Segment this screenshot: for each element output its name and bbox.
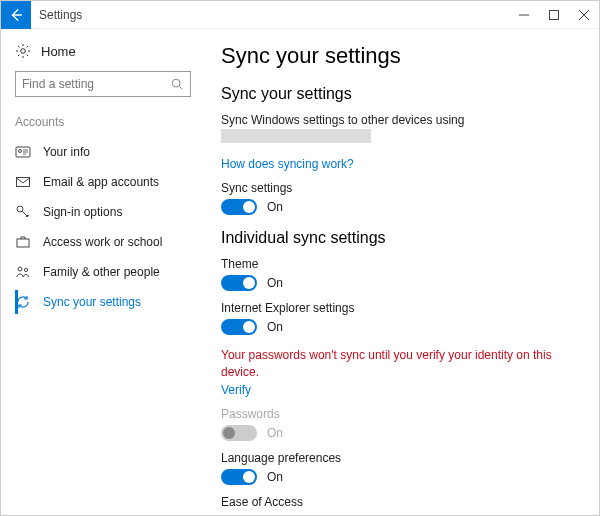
- sidebar-item-label: Sign-in options: [43, 205, 122, 219]
- mail-icon: [15, 174, 31, 190]
- key-icon: [15, 204, 31, 220]
- svg-rect-7: [17, 239, 29, 247]
- password-error-text: Your passwords won't sync until you veri…: [221, 347, 561, 381]
- sidebar-item-family[interactable]: Family & other people: [15, 257, 191, 287]
- titlebar: Settings: [1, 1, 599, 29]
- close-button[interactable]: [569, 1, 599, 29]
- briefcase-icon: [15, 234, 31, 250]
- sidebar-item-label: Email & app accounts: [43, 175, 159, 189]
- sidebar: Home Find a setting Accounts Your info E…: [1, 29, 201, 515]
- home-label: Home: [41, 44, 76, 59]
- section-sync-heading: Sync your settings: [221, 85, 579, 103]
- minimize-icon: [519, 10, 529, 20]
- selection-marker: [15, 290, 18, 314]
- ie-toggle[interactable]: [221, 319, 257, 335]
- toggle-state: On: [267, 470, 283, 484]
- svg-point-4: [19, 150, 22, 153]
- minimize-button[interactable]: [509, 1, 539, 29]
- sidebar-item-signin[interactable]: Sign-in options: [15, 197, 191, 227]
- gear-icon: [15, 43, 31, 59]
- toggle-state: On: [267, 200, 283, 214]
- page-title: Sync your settings: [221, 43, 579, 69]
- person-card-icon: [15, 144, 31, 160]
- sidebar-item-your-info[interactable]: Your info: [15, 137, 191, 167]
- passwords-label: Passwords: [221, 407, 579, 421]
- arrow-left-icon: [9, 8, 23, 22]
- svg-point-9: [24, 268, 27, 271]
- maximize-icon: [549, 10, 559, 20]
- language-label: Language preferences: [221, 451, 579, 465]
- people-icon: [15, 264, 31, 280]
- ie-label: Internet Explorer settings: [221, 301, 579, 315]
- toggle-state: On: [267, 426, 283, 440]
- search-icon: [170, 77, 184, 91]
- verify-link[interactable]: Verify: [221, 383, 579, 397]
- section-header: Accounts: [15, 115, 191, 129]
- window-title: Settings: [31, 1, 509, 28]
- sidebar-item-label: Family & other people: [43, 265, 160, 279]
- sync-settings-label: Sync settings: [221, 181, 579, 195]
- section-individual-heading: Individual sync settings: [221, 229, 579, 247]
- search-input[interactable]: Find a setting: [15, 71, 191, 97]
- how-syncing-link[interactable]: How does syncing work?: [221, 157, 579, 171]
- close-icon: [579, 10, 589, 20]
- svg-point-1: [21, 49, 26, 54]
- home-nav[interactable]: Home: [15, 39, 191, 71]
- theme-label: Theme: [221, 257, 579, 271]
- toggle-state: On: [267, 320, 283, 334]
- search-placeholder: Find a setting: [22, 77, 170, 91]
- sidebar-item-work[interactable]: Access work or school: [15, 227, 191, 257]
- account-redacted: [221, 129, 371, 143]
- sync-description: Sync Windows settings to other devices u…: [221, 113, 579, 127]
- sidebar-item-label: Access work or school: [43, 235, 162, 249]
- sidebar-item-label: Your info: [43, 145, 90, 159]
- passwords-toggle: [221, 425, 257, 441]
- svg-rect-5: [17, 178, 30, 187]
- svg-rect-0: [550, 11, 559, 20]
- sidebar-item-email[interactable]: Email & app accounts: [15, 167, 191, 197]
- settings-content: Sync your settings Sync your settings Sy…: [201, 29, 599, 515]
- toggle-state: On: [267, 276, 283, 290]
- sidebar-item-label: Sync your settings: [43, 295, 141, 309]
- sidebar-item-sync[interactable]: Sync your settings: [15, 287, 191, 317]
- svg-point-8: [18, 267, 22, 271]
- language-toggle[interactable]: [221, 469, 257, 485]
- ease-label: Ease of Access: [221, 495, 579, 509]
- maximize-button[interactable]: [539, 1, 569, 29]
- sync-settings-toggle[interactable]: [221, 199, 257, 215]
- back-button[interactable]: [1, 1, 31, 29]
- theme-toggle[interactable]: [221, 275, 257, 291]
- svg-point-2: [172, 79, 180, 87]
